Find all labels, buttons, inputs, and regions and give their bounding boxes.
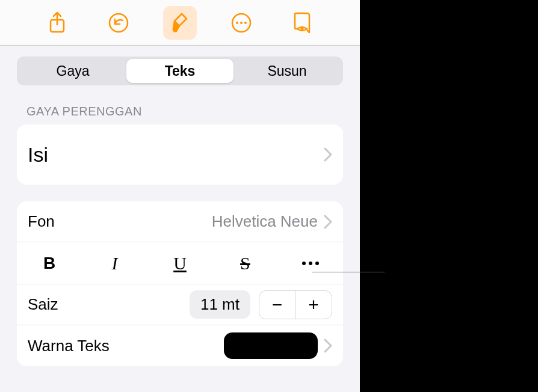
text-color-label: Warna Teks	[28, 337, 110, 355]
svg-point-4	[240, 22, 243, 24]
paragraph-style-row[interactable]: Isi	[17, 124, 343, 185]
bold-button[interactable]: B	[17, 242, 82, 284]
svg-point-1	[110, 14, 128, 32]
paragraph-style-value: Isi	[28, 143, 48, 167]
tab-style[interactable]: Gaya	[19, 59, 126, 83]
callout-line	[312, 272, 385, 272]
size-value[interactable]: 11 mt	[190, 290, 250, 319]
tab-text[interactable]: Teks	[126, 59, 233, 83]
italic-button[interactable]: I	[82, 242, 147, 284]
size-decrement-button[interactable]: −	[259, 291, 295, 319]
reading-mode-button[interactable]	[286, 6, 320, 40]
format-brush-button[interactable]	[163, 6, 197, 40]
svg-point-5	[244, 22, 247, 24]
svg-point-7	[301, 27, 304, 30]
ellipsis-icon	[302, 262, 319, 265]
undo-button[interactable]	[102, 6, 135, 40]
more-button[interactable]	[224, 6, 258, 40]
text-color-row[interactable]: Warna Teks	[17, 325, 343, 366]
font-value: Helvetica Neue	[212, 212, 318, 231]
text-color-swatch[interactable]	[224, 332, 318, 359]
font-settings-card: Fon Helvetica Neue B I U S Saiz 11 mt − …	[17, 201, 343, 366]
format-tabs: Gaya Teks Susun	[17, 57, 343, 85]
size-increment-button[interactable]: +	[295, 291, 332, 319]
paragraph-style-card: Isi	[17, 124, 343, 185]
font-row[interactable]: Fon Helvetica Neue	[17, 201, 343, 242]
chevron-right-icon	[324, 338, 332, 353]
top-toolbar	[0, 0, 360, 46]
share-button[interactable]	[40, 6, 74, 40]
svg-point-3	[236, 22, 238, 24]
format-panel: Gaya Teks Susun GAYA PERENGGAN Isi Fon H…	[0, 0, 360, 392]
font-label: Fon	[28, 212, 55, 231]
underline-button[interactable]: U	[147, 242, 212, 284]
more-text-options-button[interactable]	[278, 242, 343, 284]
strikethrough-button[interactable]: S	[212, 242, 277, 284]
tab-arrange[interactable]: Susun	[233, 59, 341, 83]
chevron-right-icon	[324, 215, 332, 229]
size-row: Saiz 11 mt − +	[17, 284, 343, 325]
size-label: Saiz	[28, 295, 58, 314]
paragraph-style-heading: GAYA PERENGGAN	[26, 105, 333, 118]
chevron-right-icon	[324, 147, 332, 162]
size-stepper: − +	[259, 290, 332, 319]
text-style-row: B I U S	[17, 242, 343, 284]
